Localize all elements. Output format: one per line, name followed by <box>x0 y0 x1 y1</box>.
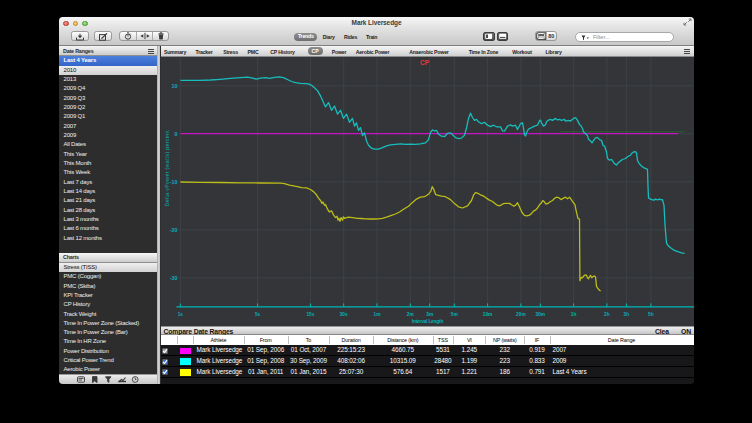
svg-text:5s: 5s <box>254 312 260 317</box>
svg-text:Delta vPower (watts) percent: Delta vPower (watts) percent <box>164 129 170 206</box>
svg-text:1m: 1m <box>373 312 380 317</box>
svg-text:2m: 2m <box>406 312 413 317</box>
svg-text:3h: 3h <box>623 312 629 317</box>
svg-text:CP: CP <box>419 58 429 65</box>
svg-text:10: 10 <box>171 82 177 88</box>
svg-text:10m: 10m <box>482 312 492 317</box>
svg-text:5m: 5m <box>450 312 457 317</box>
svg-text:20m: 20m <box>516 312 526 317</box>
svg-text:15s: 15s <box>306 312 314 317</box>
svg-text:1s: 1s <box>177 312 183 317</box>
svg-text:-20: -20 <box>169 226 177 232</box>
svg-text:2h: 2h <box>604 312 610 317</box>
svg-text:30s: 30s <box>339 312 347 317</box>
svg-text:3m: 3m <box>426 312 433 317</box>
svg-text:-30: -30 <box>169 274 177 280</box>
svg-text:5h: 5h <box>648 312 654 317</box>
svg-text:-10: -10 <box>169 178 177 184</box>
svg-text:30m: 30m <box>535 312 545 317</box>
svg-text:Interval Length: Interval Length <box>411 318 443 323</box>
svg-text:1h: 1h <box>570 312 576 317</box>
svg-text:0: 0 <box>174 130 177 136</box>
